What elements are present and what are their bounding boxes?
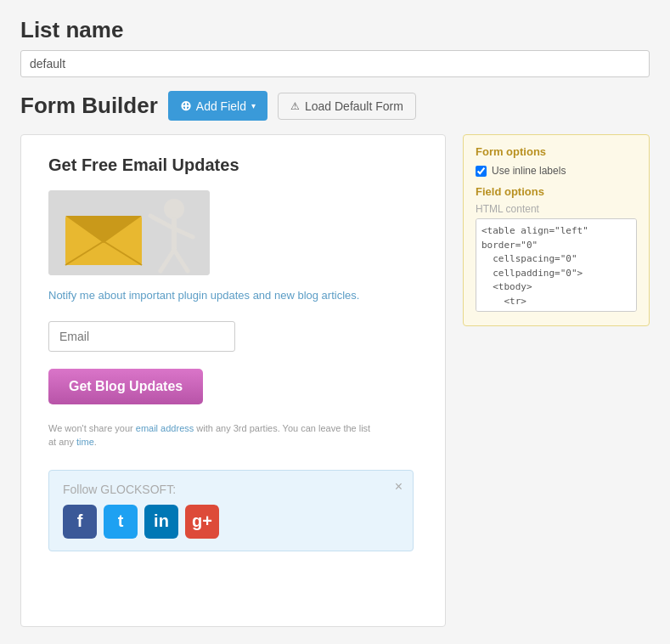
social-box-title: Follow GLOCKSOFT: — [63, 483, 399, 496]
list-name-title: List name — [20, 17, 650, 43]
page-wrapper: List name Form Builder ⊕ Add Field ▾ ⚠ L… — [0, 0, 670, 644]
form-image-svg — [48, 190, 210, 275]
warning-icon: ⚠ — [290, 100, 300, 112]
facebook-icon[interactable]: f — [63, 505, 97, 539]
field-options-title: Field options — [476, 185, 637, 198]
list-name-section: List name — [20, 17, 650, 77]
twitter-icon[interactable]: t — [104, 505, 138, 539]
chevron-down-icon: ▾ — [251, 101, 256, 110]
inline-labels-checkbox[interactable] — [476, 166, 487, 177]
privacy-email-link: email address — [136, 423, 194, 433]
svg-point-5 — [164, 199, 184, 219]
email-input[interactable] — [48, 321, 235, 352]
options-box: Form options Use inline labels Field opt… — [463, 134, 650, 326]
form-builder-header: Form Builder ⊕ Add Field ▾ ⚠ Load Defaul… — [20, 91, 650, 121]
form-builder-title: Form Builder — [20, 93, 158, 119]
html-content-label: HTML content — [476, 203, 637, 215]
add-field-button[interactable]: ⊕ Add Field ▾ — [168, 91, 267, 121]
add-field-label: Add Field — [196, 99, 246, 113]
main-content: Get Free Email Updates — [20, 134, 650, 627]
inline-labels-label: Use inline labels — [492, 165, 566, 177]
list-name-input[interactable] — [20, 50, 650, 77]
subscribe-button[interactable]: Get Blog Updates — [48, 369, 203, 404]
plus-icon: ⊕ — [180, 98, 191, 114]
load-default-button[interactable]: ⚠ Load Default Form — [278, 93, 416, 120]
privacy-time-link: time — [76, 437, 94, 447]
load-default-label: Load Default Form — [305, 99, 403, 113]
social-box: × Follow GLOCKSOFT: f t in g+ — [48, 470, 414, 551]
notify-text: Notify me about important plugin updates… — [48, 287, 371, 304]
form-preview-title: Get Free Email Updates — [48, 155, 418, 175]
social-close-button[interactable]: × — [395, 479, 403, 494]
form-image — [48, 190, 210, 275]
form-options-title: Form options — [476, 145, 637, 158]
form-preview: Get Free Email Updates — [20, 134, 446, 627]
privacy-text: We won't share your email address with a… — [48, 421, 371, 449]
linkedin-icon[interactable]: in — [144, 505, 178, 539]
subscribe-button-label: Get Blog Updates — [69, 379, 183, 393]
html-content-textarea[interactable]: <table align="left" border="0" cellspaci… — [476, 218, 637, 312]
gplus-icon[interactable]: g+ — [185, 505, 219, 539]
right-panel: Form options Use inline labels Field opt… — [463, 134, 650, 627]
inline-labels-row: Use inline labels — [476, 165, 637, 177]
social-icons-row: f t in g+ — [63, 505, 399, 539]
